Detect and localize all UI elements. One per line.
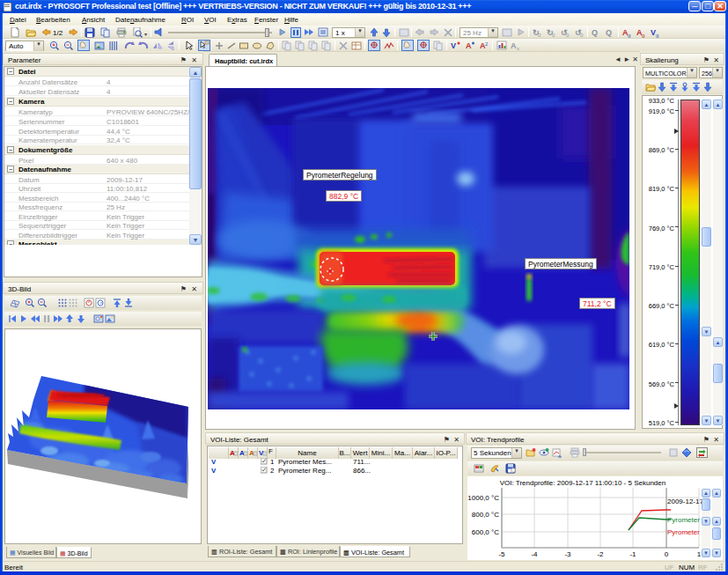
svg-text:2: 2 bbox=[485, 41, 489, 47]
svg-text:A: A bbox=[466, 41, 472, 50]
svg-text:0: 0 bbox=[552, 33, 555, 38]
svg-text:1000,0 °C: 1000,0 °C bbox=[467, 494, 499, 502]
svg-text:VOI: Trendprofile: 2009-12-17: VOI: Trendprofile: 2009-12-17 11:00:10 -… bbox=[500, 479, 665, 487]
svg-text:g: g bbox=[656, 33, 658, 38]
svg-text:800,0 °C: 800,0 °C bbox=[472, 511, 499, 519]
svg-text:0: 0 bbox=[538, 33, 541, 38]
svg-text:Pyrometer F: Pyrometer F bbox=[667, 528, 706, 536]
svg-text:x: x bbox=[517, 46, 519, 51]
svg-text:2009-12-17: 2009-12-17 bbox=[667, 498, 703, 505]
svg-text:0: 0 bbox=[566, 33, 570, 38]
svg-text:V: V bbox=[451, 41, 456, 50]
svg-text:g: g bbox=[642, 33, 644, 38]
svg-text:600,0 °C: 600,0 °C bbox=[472, 528, 499, 536]
svg-text:-3: -3 bbox=[564, 550, 571, 558]
svg-text:g: g bbox=[628, 33, 630, 38]
svg-text:-1: -1 bbox=[629, 550, 636, 558]
svg-text:A: A bbox=[511, 41, 517, 50]
svg-text:-4: -4 bbox=[531, 550, 538, 558]
svg-text:-2: -2 bbox=[597, 550, 604, 558]
svg-text:Q: Q bbox=[592, 28, 598, 37]
svg-text:0: 0 bbox=[665, 550, 669, 558]
svg-text:0: 0 bbox=[580, 33, 584, 38]
svg-text:-5: -5 bbox=[498, 550, 505, 558]
svg-text:Pyrometer F: Pyrometer F bbox=[667, 516, 706, 524]
svg-text:Q: Q bbox=[606, 28, 612, 37]
